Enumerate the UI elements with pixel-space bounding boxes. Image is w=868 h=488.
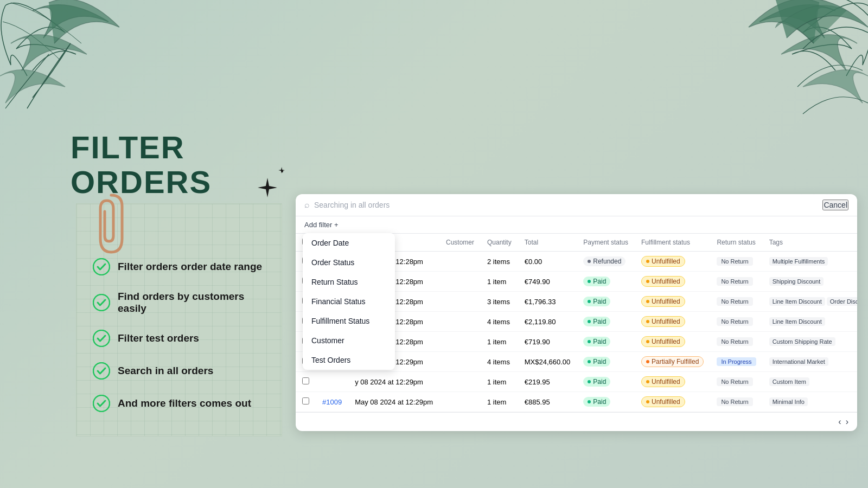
return-status: No Return <box>710 252 762 272</box>
payment-dot <box>588 340 591 343</box>
order-total: €885.95 <box>518 392 577 412</box>
add-filter-button[interactable]: Add filter + <box>304 221 339 229</box>
search-placeholder: Searching in all orders <box>314 201 818 209</box>
return-badge: No Return <box>717 277 752 286</box>
header-payment: Payment status <box>577 234 635 252</box>
checklist-item-text: Filter test orders <box>118 332 199 344</box>
order-number <box>316 372 348 392</box>
payment-badge: Paid <box>583 397 610 407</box>
tag: International Market <box>769 357 828 366</box>
order-tags: Shipping Discount <box>763 272 857 292</box>
fulfillment-status: Unfulfilled <box>635 312 710 332</box>
order-link[interactable]: #1009 <box>322 398 342 406</box>
row-checkbox[interactable] <box>302 377 309 384</box>
filter-dropdown-item[interactable]: Test Orders <box>303 350 395 370</box>
payment-dot <box>588 300 591 303</box>
filter-dropdown-item[interactable]: Order Status <box>303 253 395 272</box>
payment-badge: Paid <box>583 297 610 306</box>
payment-dot <box>588 280 591 283</box>
fulfillment-dot <box>646 280 649 283</box>
fulfillment-status: Unfulfilled <box>635 272 710 292</box>
order-quantity: 1 item <box>481 392 518 412</box>
tag: Custom Item <box>769 377 809 386</box>
payment-badge: Paid <box>583 277 610 286</box>
payment-badge: Paid <box>583 337 610 346</box>
fulfillment-badge: Unfulfilled <box>641 336 685 347</box>
payment-dot <box>588 380 591 383</box>
header-fulfillment: Fulfillment status <box>635 234 710 252</box>
filter-dropdown-item[interactable]: Financial Status <box>303 292 395 311</box>
payment-status: Paid <box>577 352 635 372</box>
header-tags: Tags <box>763 234 857 252</box>
fulfillment-status: Unfulfilled <box>635 252 710 272</box>
pagination: ‹ › <box>296 412 857 431</box>
payment-dot <box>588 320 591 323</box>
order-total: €719.90 <box>518 332 577 352</box>
filter-bar: Add filter + <box>296 216 857 234</box>
prev-page-button[interactable]: ‹ <box>838 417 841 427</box>
payment-badge: Refunded <box>583 256 626 266</box>
order-total: €2,119.80 <box>518 312 577 332</box>
order-customer <box>439 312 481 332</box>
return-status: No Return <box>710 372 762 392</box>
filter-dropdown-item[interactable]: Order Date <box>303 233 395 253</box>
check-icon <box>93 294 110 311</box>
row-checkbox-cell <box>296 392 316 412</box>
return-badge: No Return <box>717 317 752 326</box>
fulfillment-status: Unfulfilled <box>635 372 710 392</box>
header-quantity: Quantity <box>481 234 518 252</box>
payment-dot <box>588 360 591 363</box>
order-customer <box>439 392 481 412</box>
fulfillment-dot <box>646 260 649 263</box>
fulfillment-dot <box>646 400 649 403</box>
order-quantity: 4 items <box>481 312 518 332</box>
order-customer <box>439 352 481 372</box>
return-status: In Progress <box>710 352 762 372</box>
payment-dot <box>588 400 591 403</box>
order-tags: Multiple Fulfillments <box>763 252 857 272</box>
order-quantity: 4 items <box>481 352 518 372</box>
order-total: €1,796.33 <box>518 292 577 312</box>
order-date: May 08 2024 at 12:29pm <box>348 392 439 412</box>
check-icon <box>93 395 110 412</box>
filter-dropdown-item[interactable]: Fulfillment Status <box>303 311 395 331</box>
tag: Order Discount <box>827 297 857 306</box>
order-quantity: 2 items <box>481 252 518 272</box>
cancel-button[interactable]: Cancel <box>822 200 848 210</box>
payment-status: Paid <box>577 292 635 312</box>
checklist-item-text: And more filters comes out <box>118 397 251 409</box>
fulfillment-status: Unfulfilled <box>635 332 710 352</box>
table-row: y 08 2024 at 12:29pm 1 item €219.95 Paid… <box>296 372 857 392</box>
checklist: Filter orders order date range Find orde… <box>93 258 265 412</box>
payment-status: Paid <box>577 372 635 392</box>
next-page-button[interactable]: › <box>846 417 848 427</box>
filter-dropdown-item[interactable]: Return Status <box>303 272 395 292</box>
order-tags: Line Item DiscountOrder Discount <box>763 292 857 312</box>
fulfillment-badge: Unfulfilled <box>641 376 685 387</box>
return-status: No Return <box>710 272 762 292</box>
fulfillment-status: Unfulfilled <box>635 392 710 412</box>
return-status: No Return <box>710 292 762 312</box>
checklist-item-text: Search in all orders <box>118 365 213 377</box>
tag: Line Item Discount <box>769 297 825 306</box>
filter-dropdown-item[interactable]: Customer <box>303 331 395 350</box>
svg-point-0 <box>281 170 283 172</box>
fulfillment-badge: Unfulfilled <box>641 256 685 267</box>
fulfillment-dot <box>646 300 649 303</box>
order-customer <box>439 332 481 352</box>
search-bar: ⌕ Searching in all orders Cancel <box>296 194 857 216</box>
checklist-item: Find orders by customers easily <box>93 291 265 314</box>
row-checkbox[interactable] <box>302 397 309 404</box>
fulfillment-status: Unfulfilled <box>635 292 710 312</box>
order-total: €749.90 <box>518 272 577 292</box>
header-total: Total <box>518 234 577 252</box>
return-badge: In Progress <box>717 357 756 366</box>
svg-point-4 <box>93 363 110 379</box>
fulfillment-badge: Unfulfilled <box>641 396 685 407</box>
return-badge: No Return <box>717 397 752 406</box>
tag: Custom Shipping Rate <box>769 337 835 346</box>
tag: Shipping Discount <box>769 277 824 286</box>
order-quantity: 1 item <box>481 272 518 292</box>
order-quantity: 1 item <box>481 332 518 352</box>
order-tags: Line Item Discount <box>763 312 857 332</box>
